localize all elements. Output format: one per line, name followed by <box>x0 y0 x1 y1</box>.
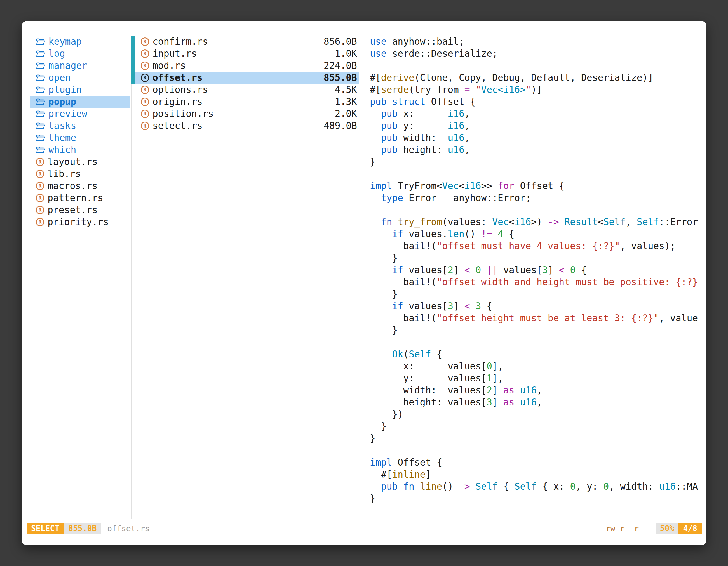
code-line: } <box>370 432 699 444</box>
scroll-percent-badge: 50% <box>656 523 679 534</box>
entry-name: layout.rs <box>48 156 98 167</box>
code-line: #[derive(Clone, Copy, Debug, Default, De… <box>370 72 699 84</box>
dir-entry-plugin[interactable]: plugin <box>30 84 130 96</box>
file-permissions: -rw-r--r-- <box>601 524 648 533</box>
code-line: pub width: u16, <box>370 132 699 144</box>
entry-size: 489.0B <box>324 120 357 131</box>
rust-file-icon: R <box>36 194 44 202</box>
dir-entry-log[interactable]: log <box>30 48 130 60</box>
rust-file-icon: R <box>36 158 44 166</box>
file-entry-preset.rs[interactable]: Rpreset.rs <box>30 204 130 216</box>
code-line: type Error = anyhow::Error; <box>370 192 699 204</box>
folder-open-icon <box>36 50 45 58</box>
file-entry-options.rs[interactable]: Roptions.rs4.5K <box>133 84 359 96</box>
entry-name: log <box>48 48 65 59</box>
cursor-position-badge: 4/8 <box>678 523 702 534</box>
entry-name: open <box>48 72 71 83</box>
scroll-indicator[interactable] <box>131 36 135 84</box>
dir-entry-tasks[interactable]: tasks <box>30 120 130 132</box>
code-line: bail!("offset must have 4 values: {:?}",… <box>370 240 699 252</box>
folder-open-icon <box>36 62 45 70</box>
file-entry-lib.rs[interactable]: Rlib.rs <box>30 168 130 180</box>
code-line: #[inline] <box>370 468 699 480</box>
entry-name: manager <box>48 60 87 71</box>
entry-size: 2.0K <box>335 108 357 119</box>
file-size-badge: 855.0B <box>64 523 101 534</box>
entry-name: popup <box>48 96 76 107</box>
code-line <box>370 204 699 216</box>
dir-entry-open[interactable]: open <box>30 72 130 84</box>
entry-name: offset.rs <box>152 72 203 83</box>
file-entry-priority.rs[interactable]: Rpriority.rs <box>30 216 130 228</box>
entry-size: 856.0B <box>324 36 357 47</box>
current-panel-list: Rconfirm.rs856.0BRinput.rs1.0KRmod.rs224… <box>131 36 364 132</box>
code-line: pub fn line() -> Self { Self { x: 0, y: … <box>370 480 699 492</box>
code-line: impl Offset { <box>370 456 699 468</box>
folder-open-icon <box>36 98 45 106</box>
code-line: fn try_from(values: Vec<i16>) -> Result<… <box>370 216 699 228</box>
code-line: Ok(Self { <box>370 348 699 360</box>
code-line: pub struct Offset { <box>370 96 699 108</box>
dir-entry-which[interactable]: which <box>30 144 130 156</box>
code-line: if values.len() != 4 { <box>370 228 699 240</box>
entry-name: tasks <box>48 120 76 131</box>
folder-open-icon <box>36 122 45 130</box>
code-line <box>370 336 699 348</box>
file-entry-mod.rs[interactable]: Rmod.rs224.0B <box>133 60 359 72</box>
entry-name: position.rs <box>152 108 214 119</box>
dir-entry-preview[interactable]: preview <box>30 108 130 120</box>
code-line: pub x: i16, <box>370 108 699 120</box>
file-entry-position.rs[interactable]: Rposition.rs2.0K <box>133 108 359 120</box>
dir-entry-manager[interactable]: manager <box>30 60 130 72</box>
rust-file-icon: R <box>36 218 44 226</box>
dir-entry-keymap[interactable]: keymap <box>30 36 130 48</box>
code-line: y: values[1], <box>370 372 699 384</box>
entry-size: 1.0K <box>335 48 357 59</box>
entry-size: 4.5K <box>335 84 357 95</box>
rust-file-icon: R <box>36 206 44 214</box>
file-entry-macros.rs[interactable]: Rmacros.rs <box>30 180 130 192</box>
code-line: } <box>370 252 699 264</box>
code-line: impl TryFrom<Vec<i16>> for Offset { <box>370 180 699 192</box>
code-line: }) <box>370 408 699 420</box>
entry-name: input.rs <box>152 48 197 59</box>
rust-file-icon: R <box>141 86 149 94</box>
code-line: } <box>370 288 699 300</box>
code-line: if values[2] < 0 || values[3] < 0 { <box>370 264 699 276</box>
file-entry-origin.rs[interactable]: Rorigin.rs1.3K <box>133 96 359 108</box>
entry-name: select.rs <box>152 120 203 131</box>
rust-file-icon: R <box>141 98 149 106</box>
entry-name: plugin <box>48 84 82 95</box>
file-entry-input.rs[interactable]: Rinput.rs1.0K <box>133 48 359 60</box>
folder-open-icon <box>36 146 45 154</box>
rust-file-icon: R <box>141 62 149 70</box>
code-line: #[serde(try_from = "Vec<i16>")] <box>370 84 699 96</box>
rust-file-icon: R <box>36 170 44 178</box>
entry-name: preset.rs <box>48 205 98 215</box>
entry-name: lib.rs <box>48 168 81 179</box>
code-line: if values[3] < 3 { <box>370 300 699 312</box>
code-line: width: values[2] as u16, <box>370 384 699 396</box>
file-entry-layout.rs[interactable]: Rlayout.rs <box>30 156 130 168</box>
dir-entry-theme[interactable]: theme <box>30 132 130 144</box>
dir-entry-popup[interactable]: popup <box>30 96 130 108</box>
parent-panel: keymaplogmanageropenpluginpopuppreviewta… <box>30 36 130 228</box>
code-view: use anyhow::bail;use serde::Deserialize;… <box>364 36 699 510</box>
code-line <box>370 168 699 180</box>
file-entry-confirm.rs[interactable]: Rconfirm.rs856.0B <box>133 36 359 48</box>
code-line: height: values[3] as u16, <box>370 396 699 408</box>
file-manager-window: keymaplogmanageropenpluginpopuppreviewta… <box>22 21 706 545</box>
code-line: pub y: i16, <box>370 120 699 132</box>
file-entry-pattern.rs[interactable]: Rpattern.rs <box>30 192 130 204</box>
entry-name: mod.rs <box>152 60 186 71</box>
file-entry-offset.rs[interactable]: Roffset.rs855.0B <box>133 72 359 84</box>
file-entry-select.rs[interactable]: Rselect.rs489.0B <box>133 120 359 132</box>
code-line: x: values[0], <box>370 360 699 372</box>
code-line: use serde::Deserialize; <box>370 48 699 60</box>
code-line: use anyhow::bail; <box>370 36 699 48</box>
rust-file-icon: R <box>141 110 149 118</box>
status-bar: SELECT 855.0B offset.rs -rw-r--r-- 50% 4… <box>27 523 702 534</box>
folder-open-icon <box>36 110 45 118</box>
entry-size: 855.0B <box>324 72 357 83</box>
rust-file-icon: R <box>36 182 44 190</box>
